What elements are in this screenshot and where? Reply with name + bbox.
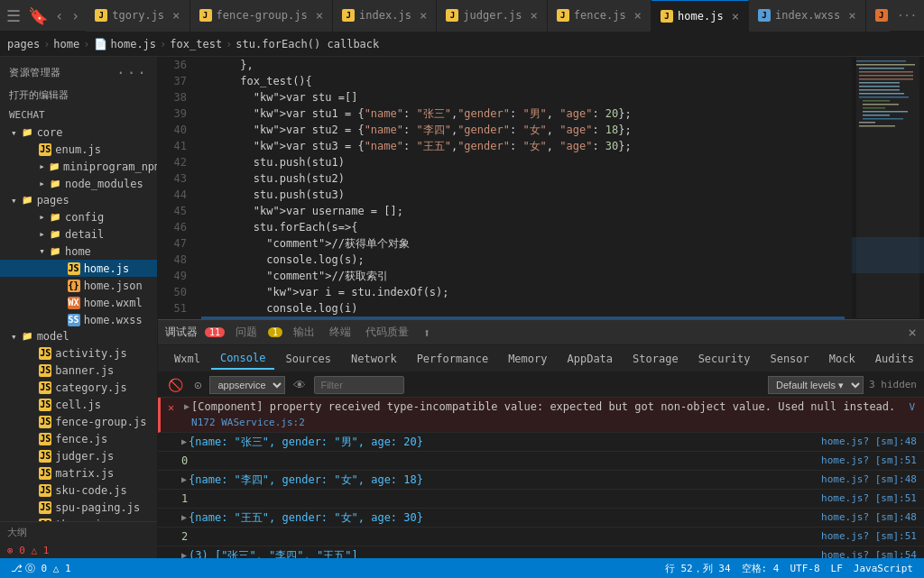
console-source[interactable]: home.js? [sm]:54 xyxy=(821,548,917,558)
dt-tab-wxml[interactable]: Wxml xyxy=(165,349,209,369)
console-source[interactable]: home.js? [sm]:48 xyxy=(821,472,917,487)
tree-label-enum-js: enum.js xyxy=(55,143,153,156)
tab-close-tgory[interactable]: × xyxy=(172,8,180,23)
expand-triangle[interactable]: ▶ xyxy=(181,510,187,525)
tab-close-fence[interactable]: × xyxy=(634,8,642,23)
tab-close-home-js[interactable]: × xyxy=(732,9,739,23)
breadcrumb-foxtest[interactable]: fox_test xyxy=(170,38,222,50)
tab-index-wxss[interactable]: J index.wxss × xyxy=(749,0,866,32)
tree-item-fence-js[interactable]: JSfence.js xyxy=(0,430,157,447)
code-line-44: stu.push(stu3) xyxy=(201,187,845,203)
tree-item-model[interactable]: ▾📁model xyxy=(0,328,157,344)
console-source[interactable]: home.js? [sm]:48 xyxy=(821,510,917,525)
dt-tab-mock[interactable]: Mock xyxy=(820,349,864,369)
console-row: 0 home.js? [sm]:51 xyxy=(158,452,924,471)
tab-more-button[interactable]: ··· xyxy=(890,9,924,22)
dt-tab-security[interactable]: Security xyxy=(689,349,760,369)
dt-tab-sources[interactable]: Sources xyxy=(276,349,340,369)
dt-tab-network[interactable]: Network xyxy=(342,349,406,369)
levels-select[interactable]: Default levels ▾ xyxy=(768,376,864,394)
console-source[interactable]: VN172 WAService.js:2 xyxy=(191,401,915,428)
panel-close-button[interactable]: × xyxy=(908,324,917,341)
panel-maximize-button[interactable]: ⬆ xyxy=(423,326,430,340)
preserve-log-button[interactable]: ⊙ xyxy=(191,378,204,392)
tab-tgory[interactable]: J tgory.js × xyxy=(86,0,189,32)
console-filter-input[interactable] xyxy=(314,376,404,394)
nav-back-icon[interactable]: ‹ xyxy=(52,7,67,24)
panel-tab-terminal[interactable]: 终端 xyxy=(326,325,355,340)
tree-item-sku-code-js[interactable]: JSsku-code.js xyxy=(0,482,157,499)
dt-tab-appdata[interactable]: AppData xyxy=(558,349,622,369)
status-spaces[interactable]: 空格: 4 xyxy=(738,562,783,575)
tree-item-home[interactable]: ▾📁home xyxy=(0,243,157,260)
inspect-button[interactable]: 👁 xyxy=(291,378,309,392)
nav-forward-icon[interactable]: › xyxy=(69,7,83,24)
dt-tab-performance[interactable]: Performance xyxy=(408,349,497,369)
tree-item-spu-paging-js[interactable]: JSspu-paging.js xyxy=(0,499,157,516)
tab-index[interactable]: J index.js × xyxy=(333,0,437,32)
console-source[interactable]: home.js? [sm]:51 xyxy=(821,491,917,506)
dt-tab-sensor[interactable]: Sensor xyxy=(761,349,818,369)
context-select[interactable]: appservice xyxy=(209,376,285,394)
breadcrumb-pages[interactable]: pages xyxy=(7,38,40,50)
status-position[interactable]: 行 52，列 34 xyxy=(661,562,735,575)
tree-item-miniprogram-npm[interactable]: ▸📁miniprogram_npm xyxy=(0,158,157,175)
tree-item-matrix-js[interactable]: JSmatrix.js xyxy=(0,464,157,482)
expand-triangle[interactable]: ▶ xyxy=(181,435,187,449)
tree-item-config[interactable]: ▸📁config xyxy=(0,208,157,225)
clear-console-button[interactable]: 🚫 xyxy=(165,378,186,392)
tab-home-js[interactable]: J home.js × xyxy=(651,0,749,32)
tree-item-banner-js[interactable]: JSbanner.js xyxy=(0,362,157,379)
dt-tab-console[interactable]: Console xyxy=(211,348,275,370)
tree-item-node-modules[interactable]: ▸📁node_modules xyxy=(0,175,157,192)
expand-triangle[interactable]: ▶ xyxy=(184,399,189,414)
dt-tab-audits[interactable]: Audits xyxy=(866,349,923,369)
panel-tab-issues[interactable]: 问题 xyxy=(232,325,261,340)
expand-triangle[interactable]: ▶ xyxy=(181,472,187,487)
tree-item-activity-js[interactable]: JSactivity.js xyxy=(0,344,157,362)
tab-close-index-wxss[interactable]: × xyxy=(848,8,855,23)
tab-close-fence-group[interactable]: × xyxy=(316,8,323,23)
tree-item-home-json[interactable]: {}home.json xyxy=(0,277,157,294)
tab-judger[interactable]: J judger.js × xyxy=(437,0,547,32)
breadcrumb-homejs[interactable]: home.js xyxy=(111,38,157,50)
tab-close-judger[interactable]: × xyxy=(530,8,537,23)
tree-item-home-js-tree[interactable]: JShome.js xyxy=(0,260,157,277)
console-source[interactable]: home.js? [sm]:51 xyxy=(821,529,917,544)
dt-tab-memory[interactable]: Memory xyxy=(499,349,556,369)
tree-item-judger-js[interactable]: JSjudger.js xyxy=(0,447,157,464)
status-lineending[interactable]: LF xyxy=(827,562,846,575)
console-row: 1 home.js? [sm]:51 xyxy=(158,490,924,509)
tree-item-pages[interactable]: ▾📁pages xyxy=(0,192,157,208)
tree-item-cell-js[interactable]: JScell.js xyxy=(0,396,157,413)
breadcrumb-foreach[interactable]: stu.forEach() callback xyxy=(236,38,379,50)
tab-index-wxml[interactable]: J index.wxml × xyxy=(866,0,891,32)
tab-close-index[interactable]: × xyxy=(420,8,427,23)
code-content[interactable]: }, fox_test(){ "kw">var stu =[] "kw">var… xyxy=(194,57,852,319)
status-branch[interactable]: ⎇ ⓪ 0 △ 1 xyxy=(7,562,75,575)
bookmark-icon[interactable]: 🔖 xyxy=(25,6,51,25)
tree-item-fence-group-js[interactable]: JSfence-group.js xyxy=(0,413,157,430)
dt-tab-storage[interactable]: Storage xyxy=(624,349,688,369)
expand-triangle[interactable]: ▶ xyxy=(181,548,187,558)
console-source[interactable]: home.js? [sm]:51 xyxy=(821,454,917,468)
tab-fence[interactable]: J fence.js × xyxy=(548,0,651,32)
svg-rect-3 xyxy=(856,64,915,66)
tree-item-category-js[interactable]: JScategory.js xyxy=(0,379,157,396)
hamburger-icon[interactable]: ☰ xyxy=(4,6,23,25)
panel-tab-codequality[interactable]: 代码质量 xyxy=(362,325,412,340)
sidebar-more-button[interactable]: ··· xyxy=(116,64,148,81)
tree-label-pages: pages xyxy=(37,194,153,206)
status-encoding[interactable]: UTF-8 xyxy=(786,562,823,575)
panel-tab-output[interactable]: 输出 xyxy=(290,325,319,340)
tree-item-home-wxss[interactable]: SShome.wxss xyxy=(0,311,157,328)
tree-item-home-wxml[interactable]: WXhome.wxml xyxy=(0,294,157,311)
status-language[interactable]: JavaScript xyxy=(850,562,917,575)
tree-item-detail[interactable]: ▸📁detail xyxy=(0,225,157,243)
tree-item-core[interactable]: ▾📁core xyxy=(0,124,157,141)
breadcrumb-home[interactable]: home xyxy=(53,38,79,50)
tree-label-matrix-js: matrix.js xyxy=(55,467,153,480)
console-source[interactable]: home.js? [sm]:48 xyxy=(821,435,917,449)
tree-item-enum-js[interactable]: JSenum.js xyxy=(0,141,157,158)
tab-fence-group[interactable]: J fence-group.js × xyxy=(190,0,334,32)
